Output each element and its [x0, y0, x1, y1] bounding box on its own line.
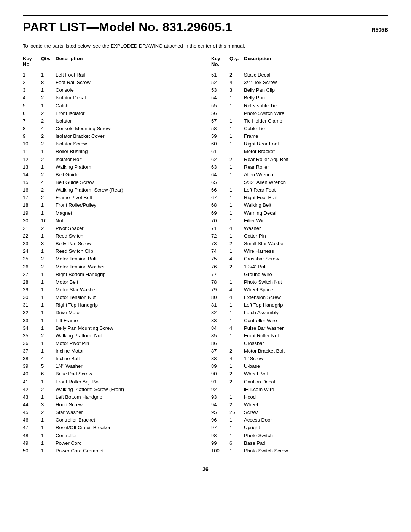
part-qty: 6: [41, 370, 56, 378]
table-row: 2 8 Foot Rail Screw: [23, 79, 200, 86]
part-desc: Upright: [244, 424, 388, 431]
part-keyno: 33: [23, 317, 41, 324]
part-qty: 1: [229, 133, 244, 140]
part-keyno: 11: [23, 148, 41, 155]
part-qty: 1: [229, 386, 244, 393]
table-row: 69 1 Warning Decal: [211, 209, 388, 217]
part-keyno: 88: [211, 355, 229, 363]
part-desc: 1" Screw: [244, 355, 388, 363]
part-qty: 2: [41, 140, 56, 148]
part-qty: 1: [41, 317, 56, 324]
table-row: 60 1 Right Rear Foot: [211, 140, 388, 148]
part-qty: 1: [229, 317, 244, 324]
part-qty: 2: [229, 370, 244, 378]
table-row: 78 1 Photo Switch Nut: [211, 278, 388, 286]
part-desc: Cable Tie: [244, 125, 388, 133]
part-desc: 1/4" Washer: [56, 363, 200, 370]
part-qty: 2: [41, 186, 56, 194]
part-qty: 1: [229, 94, 244, 102]
part-keyno: 41: [23, 378, 41, 386]
part-keyno: 5: [23, 102, 41, 110]
part-desc: Base Pad: [244, 439, 388, 447]
left-parts-container: 1 1 Left Foot Rail 2 8 Foot Rail Screw 3…: [23, 71, 200, 455]
part-desc: Walking Platform Nut: [56, 332, 200, 340]
right-header-keyno: Key No.: [211, 56, 229, 67]
part-keyno: 23: [23, 240, 41, 248]
table-row: 29 1 Motor Star Washer: [23, 286, 200, 294]
part-qty: 2: [41, 255, 56, 263]
part-keyno: 7: [23, 117, 41, 125]
table-row: 76 2 1 3/4" Bolt: [211, 263, 388, 271]
part-desc: Caution Decal: [244, 378, 388, 386]
part-keyno: 62: [211, 156, 229, 163]
table-row: 67 1 Right Foot Rail: [211, 194, 388, 201]
part-qty: 4: [229, 255, 244, 263]
table-row: 40 6 Base Pad Screw: [23, 370, 200, 378]
part-desc: Screw: [244, 409, 388, 416]
part-qty: 1: [229, 163, 244, 171]
part-qty: 1: [229, 278, 244, 286]
table-row: 6 2 Front Isolator: [23, 110, 200, 117]
part-desc: Roller Bushing: [56, 148, 200, 155]
part-keyno: 85: [211, 332, 229, 340]
part-keyno: 8: [23, 125, 41, 133]
right-header-qty: Qty.: [229, 56, 244, 67]
part-desc: Wire Harness: [244, 248, 388, 255]
part-desc: Controller: [56, 432, 200, 439]
part-desc: Walking Platform Screw (Front): [56, 386, 200, 393]
part-desc: Lift Frame: [56, 317, 200, 324]
part-qty: 1: [229, 102, 244, 110]
part-qty: 1: [41, 278, 56, 286]
part-keyno: 16: [23, 186, 41, 194]
table-row: 35 2 Walking Platform Nut: [23, 332, 200, 340]
part-keyno: 28: [23, 278, 41, 286]
table-row: 85 1 Front Roller Nut: [211, 332, 388, 340]
part-keyno: 76: [211, 263, 229, 271]
part-desc: Power Cord Grommet: [56, 447, 200, 455]
part-desc: Motor Pivot Pin: [56, 340, 200, 347]
part-desc: iFIT.com Wire: [244, 386, 388, 393]
part-keyno: 34: [23, 324, 41, 332]
table-row: 34 1 Belly Pan Mounting Screw: [23, 324, 200, 332]
table-row: 77 1 Ground Wire: [211, 271, 388, 278]
part-keyno: 81: [211, 301, 229, 309]
table-row: 80 4 Extension Screw: [211, 294, 388, 301]
part-keyno: 39: [23, 363, 41, 370]
page-header: PART LIST—Model No. 831.29605.1 R505B: [23, 15, 388, 37]
table-row: 83 1 Controller Wire: [211, 317, 388, 324]
part-qty: 1: [229, 271, 244, 278]
right-parts-container: 51 2 Static Decal 52 4 3/4" Tek Screw 53…: [211, 71, 388, 455]
table-row: 5 1 Catch: [23, 102, 200, 110]
table-row: 96 1 Access Door: [211, 416, 388, 424]
part-qty: 2: [229, 240, 244, 248]
part-keyno: 90: [211, 370, 229, 378]
part-keyno: 59: [211, 133, 229, 140]
table-row: 46 1 Controller Bracket: [23, 416, 200, 424]
part-desc: Isolator Decal: [56, 94, 200, 102]
part-keyno: 58: [211, 125, 229, 133]
part-keyno: 31: [23, 301, 41, 309]
table-row: 11 1 Roller Bushing: [23, 148, 200, 155]
part-keyno: 49: [23, 439, 41, 447]
part-desc: Isolator Bracket Cover: [56, 133, 200, 140]
part-desc: Hood: [244, 393, 388, 401]
part-keyno: 87: [211, 347, 229, 355]
table-row: 13 1 Walking Platform: [23, 163, 200, 171]
part-keyno: 55: [211, 102, 229, 110]
part-qty: 1: [229, 393, 244, 401]
part-desc: Photo Switch Screw: [244, 447, 388, 455]
part-keyno: 48: [23, 432, 41, 439]
part-keyno: 22: [23, 232, 41, 240]
part-qty: 1: [41, 424, 56, 431]
part-desc: Right Top Handgrip: [56, 301, 200, 309]
part-qty: 2: [41, 263, 56, 271]
part-keyno: 93: [211, 393, 229, 401]
part-keyno: 42: [23, 386, 41, 393]
part-desc: 5/32" Allen Wrench: [244, 179, 388, 186]
part-keyno: 78: [211, 278, 229, 286]
table-row: 49 1 Power Cord: [23, 439, 200, 447]
part-desc: Right Rear Foot: [244, 140, 388, 148]
table-row: 99 6 Base Pad: [211, 439, 388, 447]
table-row: 26 2 Motor Tension Washer: [23, 263, 200, 271]
left-col-header: Key No. Qty. Description: [23, 56, 200, 69]
